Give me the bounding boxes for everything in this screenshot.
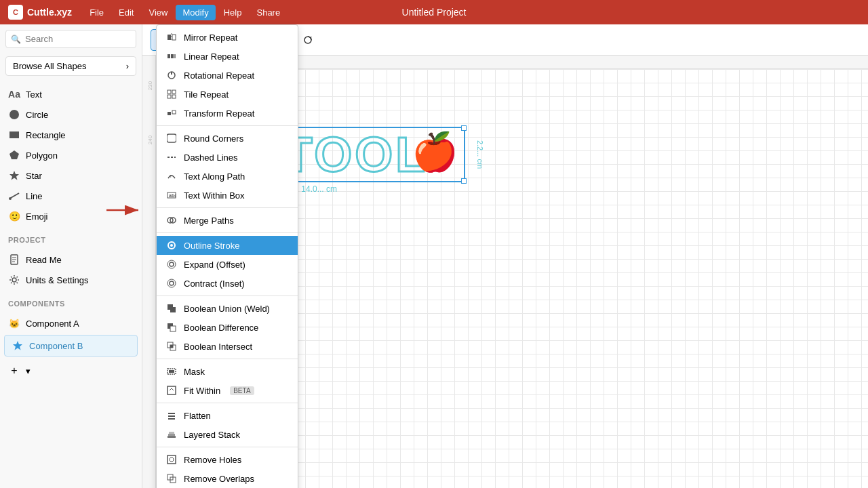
remove-overlaps-label: Remove Overlaps — [184, 474, 254, 484]
sidebar-item-circle[interactable]: Circle — [0, 104, 142, 125]
svg-rect-60 — [168, 418, 175, 420]
dropdown-item-boolean-intersect[interactable]: Boolean Intersect — [157, 337, 298, 356]
dropdown-item-remove-overlaps[interactable]: Remove Overlaps — [157, 469, 298, 488]
dropdown-item-linear-repeat[interactable]: Linear Repeat — [157, 47, 298, 66]
circle-icon — [8, 108, 20, 121]
boolean-intersect-icon — [166, 341, 177, 352]
sidebar-item-polygon[interactable]: Polygon — [0, 145, 142, 165]
shapes-section: Aa Text Circle Rectangle Polygon — [0, 81, 142, 229]
linear-repeat-label: Linear Repeat — [184, 52, 239, 62]
svg-rect-25 — [167, 54, 170, 58]
menu-file[interactable]: File — [83, 5, 111, 20]
text-within-box-icon: abc — [166, 190, 177, 201]
svg-rect-58 — [168, 413, 175, 414]
search-input[interactable] — [5, 30, 136, 48]
boolean-difference-label: Boolean Difference — [184, 323, 258, 333]
app-logo: C Cuttle.xyz — [8, 5, 72, 20]
transform-repeat-label: Transform Repeat — [184, 108, 254, 119]
text-within-box-label: Text Within Box — [184, 190, 245, 201]
menu-help[interactable]: Help — [217, 5, 249, 20]
dropdown-item-merge-paths[interactable]: Merge Paths — [157, 211, 298, 230]
boolean-difference-icon — [166, 322, 177, 333]
boolean-union-icon — [166, 303, 177, 314]
sidebar-item-emoji[interactable]: 🙂 Emoji — [0, 206, 142, 226]
dropdown-item-transform-repeat[interactable]: Transform Repeat — [157, 104, 298, 123]
sidebar-label-polygon: Polygon — [26, 150, 58, 161]
outline-stroke-label: Outline Stroke — [184, 241, 239, 251]
sidebar-item-units[interactable]: Units & Settings — [0, 270, 142, 290]
dropdown-item-boolean-difference[interactable]: Boolean Difference — [157, 318, 298, 337]
sidebar-item-readme[interactable]: Read Me — [0, 249, 142, 270]
sidebar-item-rectangle[interactable]: Rectangle — [0, 125, 142, 145]
line-icon — [8, 190, 20, 202]
svg-rect-27 — [174, 54, 176, 58]
divider-4 — [157, 296, 298, 296]
star-blue-icon — [12, 340, 24, 352]
menu-edit[interactable]: Edit — [112, 5, 140, 20]
project-section: Read Me Units & Settings — [0, 247, 142, 293]
divider-2 — [157, 207, 298, 208]
dropdown-item-layered-stack[interactable]: Layered Stack — [157, 425, 298, 444]
dropdown-item-mirror-repeat[interactable]: Mirror Repeat — [157, 28, 298, 47]
svg-rect-35 — [172, 110, 176, 114]
dropdown-item-rotational-repeat[interactable]: Rotational Repeat — [157, 66, 298, 85]
ruler-mark-230: 230 — [147, 81, 153, 90]
contract-icon — [166, 278, 177, 289]
menu-modify[interactable]: Modify — [176, 5, 215, 20]
expand-icon[interactable]: ▾ — [26, 366, 31, 376]
dropdown-item-text-along-path[interactable]: T Text Along Path — [157, 167, 298, 186]
transform-repeat-icon — [166, 108, 177, 119]
project-section-header: PROJECT — [0, 229, 142, 247]
apple-emoji: 🍎 — [412, 134, 458, 171]
add-component-bar: + ▾ — [0, 361, 142, 381]
sidebar-item-component-a[interactable]: 🐱 Component A — [0, 313, 142, 333]
dropdown-item-fit-within[interactable]: Fit Within BETA — [157, 381, 298, 400]
dropdown-item-contract[interactable]: Contract (Inset) — [157, 274, 298, 293]
dropdown-item-remove-holes[interactable]: Remove Holes — [157, 450, 298, 469]
browse-all-button[interactable]: Browse All Shapes › — [5, 56, 136, 76]
menu-share[interactable]: Share — [250, 5, 287, 20]
sidebar-item-star[interactable]: Star — [0, 165, 142, 186]
add-component-icon[interactable]: + — [8, 365, 20, 377]
transform-tool[interactable] — [297, 29, 319, 51]
main-layout: 🔍 Browse All Shapes › Aa Text Circle — [0, 24, 868, 488]
chevron-right-icon: › — [126, 61, 129, 71]
svg-point-65 — [170, 458, 174, 462]
round-corners-label: Round Corners — [184, 134, 243, 144]
sidebar-item-component-b[interactable]: Component B — [4, 335, 138, 357]
text-icon: Aa — [8, 88, 20, 100]
sidebar-label-text: Text — [26, 89, 42, 100]
search-wrap: 🔍 — [5, 30, 136, 48]
divider-3 — [157, 232, 298, 233]
remove-holes-label: Remove Holes — [184, 455, 241, 465]
dropdown-item-round-corners[interactable]: Round Corners — [157, 129, 298, 148]
star-icon — [8, 169, 20, 182]
svg-rect-1 — [9, 131, 19, 138]
dropdown-item-boolean-union[interactable]: Boolean Union (Weld) — [157, 299, 298, 318]
sidebar-label-rectangle: Rectangle — [26, 130, 66, 140]
ruler-left: 230 240 — [142, 56, 156, 488]
svg-point-46 — [167, 279, 176, 287]
sidebar-item-text[interactable]: Aa Text — [0, 84, 142, 104]
svg-rect-56 — [169, 370, 174, 373]
mirror-repeat-icon — [166, 32, 177, 43]
dropdown-item-mask[interactable]: Mask — [157, 362, 298, 381]
sidebar-item-line[interactable]: Line — [0, 186, 142, 206]
dropdown-item-flatten[interactable]: Flatten — [157, 406, 298, 425]
svg-marker-2 — [9, 150, 19, 159]
svg-text:T: T — [170, 174, 172, 178]
svg-rect-49 — [170, 307, 176, 312]
menu-view[interactable]: View — [142, 5, 174, 20]
layered-stack-icon — [166, 429, 177, 440]
outline-stroke-icon — [166, 240, 177, 251]
dropdown-item-tile-repeat[interactable]: Tile Repeat — [157, 85, 298, 104]
dropdown-item-text-within-box[interactable]: abc Text Within Box — [157, 186, 298, 205]
flatten-label: Flatten — [184, 411, 211, 421]
sidebar-label-circle: Circle — [26, 110, 48, 120]
rectangle-icon — [8, 129, 20, 141]
boolean-intersect-label: Boolean Intersect — [184, 342, 252, 352]
dropdown-item-expand[interactable]: Expand (Offset) — [157, 255, 298, 274]
dropdown-item-dashed-lines[interactable]: Dashed Lines — [157, 148, 298, 167]
svg-rect-33 — [172, 95, 176, 98]
dropdown-item-outline-stroke[interactable]: Outline Stroke — [157, 236, 298, 255]
